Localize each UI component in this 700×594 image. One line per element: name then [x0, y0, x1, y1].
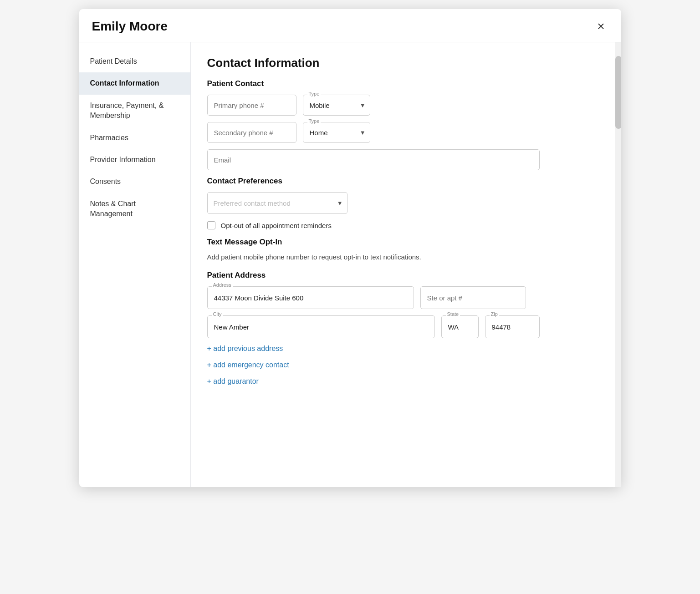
apt-input[interactable]: [420, 286, 526, 309]
modal-title: Emily Moore: [92, 19, 168, 34]
modal-body: Patient Details Contact Information Insu…: [79, 42, 621, 487]
sidebar: Patient Details Contact Information Insu…: [79, 42, 191, 487]
add-emergency-contact-link[interactable]: + add emergency contact: [207, 361, 603, 369]
opt-out-label: Opt-out of all appointment reminders: [221, 222, 332, 229]
text-message-section: Text Message Opt-In Add patient mobile p…: [207, 238, 603, 261]
modal-container: Emily Moore × Patient Details Contact In…: [79, 9, 621, 487]
contact-preferences-heading: Contact Preferences: [207, 177, 603, 186]
primary-phone-input[interactable]: [207, 95, 296, 116]
preferred-method-select[interactable]: Email Phone Text Mail: [207, 192, 347, 214]
address-input[interactable]: [207, 286, 414, 309]
sidebar-item-patient-details[interactable]: Patient Details: [79, 51, 190, 72]
secondary-type-select[interactable]: Mobile Home Work Other: [303, 122, 370, 143]
close-button[interactable]: ×: [595, 20, 606, 33]
opt-out-row: Opt-out of all appointment reminders: [207, 221, 603, 229]
email-row: [207, 149, 603, 170]
sidebar-item-pharmacies[interactable]: Pharmacies: [79, 127, 190, 149]
state-wrapper: State: [441, 315, 479, 338]
add-guarantor-link[interactable]: + add guarantor: [207, 377, 603, 386]
patient-contact-heading: Patient Contact: [207, 79, 603, 88]
state-label: State: [446, 311, 460, 317]
zip-label: Zip: [490, 311, 499, 317]
sidebar-item-consents[interactable]: Consents: [79, 171, 190, 193]
apt-wrapper: [420, 286, 526, 309]
zip-wrapper: Zip: [485, 315, 540, 338]
city-input[interactable]: [207, 315, 435, 338]
opt-out-checkbox[interactable]: [207, 221, 215, 229]
secondary-phone-field: [207, 122, 296, 143]
secondary-type-wrapper: Type Mobile Home Work Other ▼: [303, 122, 370, 143]
address-label: Address: [212, 282, 233, 288]
text-message-heading: Text Message Opt-In: [207, 238, 603, 247]
modal-header: Emily Moore ×: [79, 9, 621, 42]
city-state-zip-row: City State Zip: [207, 315, 603, 338]
primary-phone-field: [207, 95, 296, 116]
email-field: [207, 149, 540, 170]
scrollbar-thumb[interactable]: [615, 56, 621, 129]
primary-type-label: Type: [307, 91, 321, 96]
page-title: Contact Information: [207, 56, 603, 70]
patient-address-section: Patient Address Address City: [207, 271, 603, 338]
zip-input[interactable]: [485, 315, 540, 338]
address-main-wrapper: Address: [207, 286, 414, 309]
city-label: City: [212, 311, 223, 317]
text-message-description: Add patient mobile phone number to reque…: [207, 253, 603, 261]
patient-address-heading: Patient Address: [207, 271, 603, 280]
primary-type-wrapper: Type Mobile Home Work Other ▼: [303, 95, 370, 116]
sidebar-item-provider-information[interactable]: Provider Information: [79, 149, 190, 171]
scrollbar-track: [615, 42, 621, 487]
primary-type-select[interactable]: Mobile Home Work Other: [303, 95, 370, 116]
content-area: Contact Information Patient Contact Type…: [191, 42, 621, 487]
sidebar-item-contact-information[interactable]: Contact Information: [79, 72, 190, 94]
city-wrapper: City: [207, 315, 435, 338]
sidebar-item-notes-chart[interactable]: Notes & Chart Management: [79, 193, 190, 225]
sidebar-item-insurance-payment[interactable]: Insurance, Payment, & Membership: [79, 95, 190, 127]
state-input[interactable]: [441, 315, 479, 338]
secondary-phone-row: Type Mobile Home Work Other ▼: [207, 122, 603, 143]
address-main-row: Address: [207, 286, 603, 309]
email-input[interactable]: [207, 149, 540, 170]
secondary-type-label: Type: [307, 118, 321, 124]
contact-preferences-section: Contact Preferences Email Phone Text Mai…: [207, 177, 603, 229]
add-previous-address-link[interactable]: + add previous address: [207, 345, 603, 353]
preferred-method-wrapper: Email Phone Text Mail Preferred contact …: [207, 192, 347, 214]
primary-phone-row: Type Mobile Home Work Other ▼: [207, 95, 603, 116]
secondary-phone-input[interactable]: [207, 122, 296, 143]
